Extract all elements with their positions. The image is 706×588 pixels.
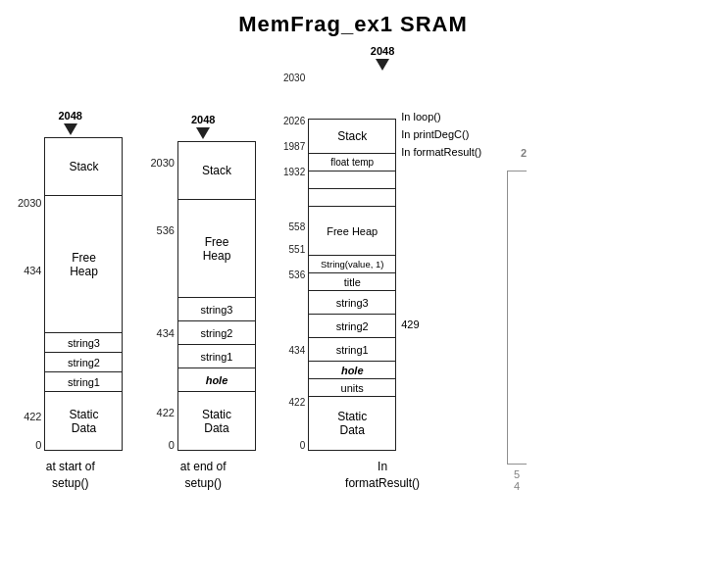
diag3-floattemp: float temp <box>308 154 396 172</box>
diag3-mem: Stack float temp Free Heap String(value,… <box>308 119 396 451</box>
diag3-informatres <box>308 189 396 207</box>
diag3-informatres-label: In formatResult() <box>401 143 481 161</box>
diag1-top-num: 2048 <box>59 110 82 122</box>
diag1-caption: at start ofsetup() <box>46 459 95 492</box>
diag1-string3: string3 <box>44 333 123 353</box>
diag2-top-num: 2048 <box>191 114 215 125</box>
diag2-static: StaticData <box>177 392 256 451</box>
diag4-mem <box>507 171 527 465</box>
diag1-string1: string1 <box>44 372 123 392</box>
diag3-static: StaticData <box>308 397 396 451</box>
diagram-4: 2 5 4 <box>507 147 527 492</box>
diag3-429-num: 429 <box>401 316 481 333</box>
diag1-string2: string2 <box>44 353 123 372</box>
diag3-stack: Stack <box>308 119 396 154</box>
diag3-heap: Free Heap <box>308 207 396 256</box>
diag3-nums: 2030 2026 1987 1932 558 551 536 434 422 … <box>283 73 305 451</box>
diagram-1: 2048 2030 434 422 0 Stack FreeHeap strin… <box>18 110 123 492</box>
diag3-col-wrapper: 2030 2026 1987 1932 558 551 536 434 422 … <box>283 73 396 451</box>
diag1-mem: Stack FreeHeap string3 string2 string1 S… <box>44 137 123 451</box>
diag3-inloop-label: In loop() <box>401 108 481 125</box>
diag1-static: StaticData <box>44 392 123 451</box>
diag3-inprintdeg-label: In printDegC() <box>401 125 481 143</box>
diag3-string2: string2 <box>308 315 396 338</box>
diag2-hole: hole <box>177 368 256 392</box>
diag2-col-wrapper: 2030 536 434 422 0 Stack FreeHeap string… <box>150 141 255 451</box>
diagram-2: 2048 2030 536 434 422 0 Stack FreeHeap s… <box>150 114 255 492</box>
diag2-nums: 2030 536 434 422 0 <box>150 157 174 451</box>
diag2-string1: string1 <box>177 345 256 368</box>
diag2-string2: string2 <box>177 321 256 345</box>
diag3-right-annotations: In loop() In printDegC() In formatResult… <box>401 73 481 351</box>
diag3-hole: hole <box>308 362 396 379</box>
diag2-heap: FreeHeap <box>177 200 256 298</box>
diag1-heap: FreeHeap <box>44 196 123 333</box>
diag2-stack: Stack <box>177 141 256 200</box>
diag3-units: units <box>308 379 396 397</box>
diag1-nums: 2030 434 422 0 <box>18 197 41 451</box>
diag3-stringval: String(value, 1) <box>308 256 396 273</box>
page-title: MemFrag_ex1 SRAM <box>0 0 706 45</box>
diag2-mem: Stack FreeHeap string3 string2 string1 h… <box>177 141 256 451</box>
diag2-caption: at end ofsetup() <box>180 459 227 492</box>
diag1-stack: Stack <box>44 137 123 196</box>
diag3-string1: string1 <box>308 338 396 362</box>
diagrams-row: 2048 2030 434 422 0 Stack FreeHeap strin… <box>0 45 706 492</box>
diag3-arrow <box>376 59 389 71</box>
diag3-caption: InformatResult() <box>345 459 420 492</box>
diag3-main-row: 2030 2026 1987 1932 558 551 536 434 422 … <box>283 73 481 451</box>
diag3-top-num: 2048 <box>371 45 394 57</box>
diag1-col-wrapper: 2030 434 422 0 Stack FreeHeap string3 st… <box>18 137 123 451</box>
diag1-arrow <box>64 123 77 135</box>
diag2-arrow <box>196 127 210 139</box>
diag3-string3: string3 <box>308 291 396 315</box>
diag3-title: title <box>308 273 396 291</box>
diag3-inprintdeg <box>308 172 396 189</box>
diagram-3: 2048 2030 2026 1987 1932 558 551 536 434… <box>283 45 481 492</box>
diag2-string3: string3 <box>177 298 256 321</box>
